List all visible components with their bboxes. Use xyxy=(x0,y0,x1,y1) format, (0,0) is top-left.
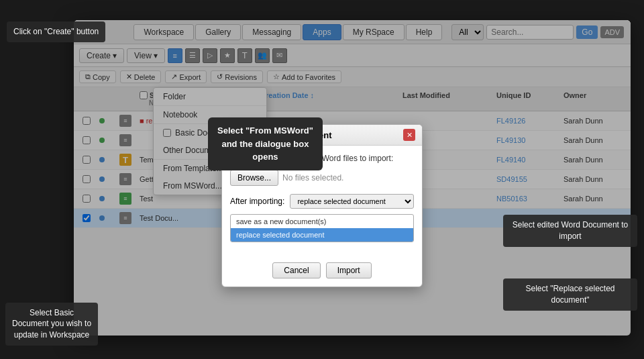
modal-footer: Cancel Import xyxy=(222,257,422,287)
after-importing-label: After importing: xyxy=(230,197,284,206)
replace-selected-option[interactable]: replace selected document xyxy=(231,228,413,242)
callout-select-document: Select Basic Document you wish to update… xyxy=(5,303,98,346)
import-options-dropdown: save as a new document(s) replace select… xyxy=(230,214,414,242)
after-import-select[interactable]: replace selected document xyxy=(290,194,414,209)
browse-button[interactable]: Browse... xyxy=(230,170,278,186)
import-button[interactable]: Import xyxy=(326,262,372,278)
after-import-row: After importing: replace selected docume… xyxy=(230,194,414,209)
callout-create-button: Click on "Create" button xyxy=(7,21,105,42)
callout-replace-selected: Select "Replace selected document" xyxy=(503,278,637,311)
browse-row: Browse... No files selected. xyxy=(230,170,414,186)
cancel-button[interactable]: Cancel xyxy=(272,262,320,278)
no-files-text: No files selected. xyxy=(282,173,343,183)
callout-select-word-doc: Select edited Word Document to import xyxy=(503,215,637,247)
tooltip-from-msword: Select "From MSWord" and the dialogue bo… xyxy=(208,117,323,170)
save-new-option[interactable]: save as a new document(s) xyxy=(231,215,413,228)
modal-close-button[interactable]: ✕ xyxy=(403,129,415,141)
